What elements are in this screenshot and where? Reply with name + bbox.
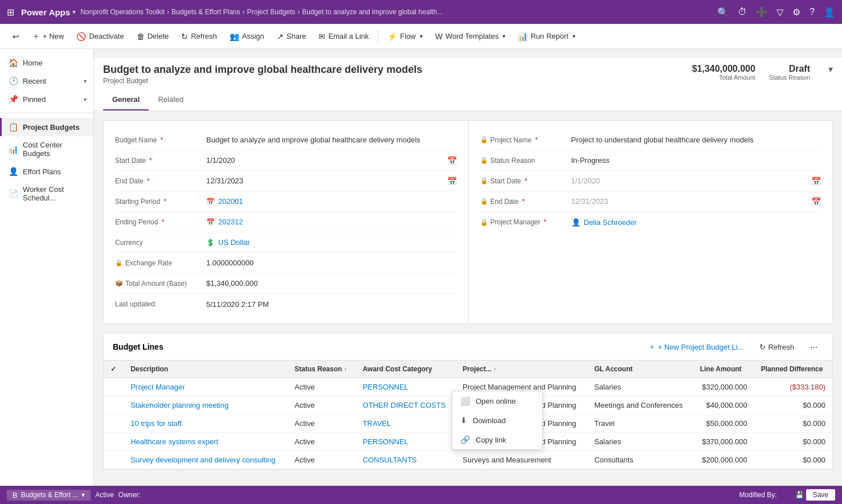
context-menu-open-online[interactable]: ⬜ Open online: [452, 391, 542, 411]
user-icon[interactable]: 👤: [824, 7, 835, 18]
row-check[interactable]: [104, 396, 124, 415]
grid-icon[interactable]: ⊞: [7, 7, 14, 18]
field-ending-period: Ending Period * 📅 202312: [115, 212, 457, 232]
field-project-name: 🔒 Project Name * Project to understand g…: [480, 130, 821, 150]
report-icon: 📊: [518, 32, 528, 41]
field-total-amount-base: 📦 Total Amount (Base) $1,340,000.000: [115, 273, 457, 294]
expand-button[interactable]: ▾: [828, 64, 833, 75]
email-link-button[interactable]: ✉ Email a Link: [313, 29, 374, 44]
breadcrumb-item-2[interactable]: Budgets & Effort Plans: [171, 8, 240, 16]
back-button[interactable]: ↩: [7, 29, 25, 44]
row-status: Active: [288, 396, 356, 415]
delete-button[interactable]: 🗑 Delete: [131, 29, 175, 44]
run-report-button[interactable]: 📊 Run Report: [512, 29, 581, 44]
filter-icon[interactable]: ▽: [776, 7, 783, 18]
worker-cost-icon: 📄: [9, 189, 18, 198]
row-description[interactable]: 10 trips for staff: [124, 415, 288, 433]
assign-button[interactable]: 👥 Assign: [224, 29, 270, 44]
add-icon[interactable]: ➕: [756, 7, 767, 18]
help-icon[interactable]: ?: [810, 7, 815, 17]
status-app-label[interactable]: B Budgets & Effort ... ▾: [7, 490, 91, 501]
row-description[interactable]: Stakeholder planning meeting: [124, 396, 288, 415]
word-icon: W: [435, 32, 443, 41]
start-date-calendar-icon[interactable]: 📅: [447, 156, 457, 165]
effort-plans-icon: 👤: [9, 167, 18, 176]
recent-icon[interactable]: ⏱: [738, 7, 747, 17]
col-status[interactable]: Status Reason ↑: [288, 360, 356, 378]
save-button[interactable]: Save: [806, 489, 835, 501]
share-button[interactable]: ↗ Share: [271, 29, 312, 44]
row-check[interactable]: [104, 378, 124, 396]
row-description[interactable]: Survey development and delivery consulti…: [124, 451, 288, 469]
lock-icon-total: 📦: [115, 280, 123, 287]
row-diff: ($333.180): [754, 378, 832, 396]
share-icon: ↗: [277, 32, 284, 41]
end-date-calendar-icon[interactable]: 📅: [447, 177, 457, 186]
settings-icon[interactable]: ⚙: [792, 7, 800, 18]
breadcrumb-item-4: Budget to analyze and improve global hea…: [302, 8, 443, 16]
field-last-updated: Last updated: 5/11/2020 2:17 PM: [115, 294, 457, 314]
deactivate-button[interactable]: 🚫 Deactivate: [71, 29, 129, 44]
col-award-cost[interactable]: Award Cost Category: [356, 360, 456, 378]
plus-icon: ＋: [648, 342, 656, 352]
breadcrumb-item-3[interactable]: Project Budgets: [247, 8, 296, 16]
field-project-start-date: 🔒 Start Date * 1/1/2020 📅: [480, 171, 821, 191]
row-check[interactable]: [104, 433, 124, 451]
tab-related[interactable]: Related: [149, 89, 193, 110]
col-planned-diff[interactable]: Planned Difference: [754, 360, 832, 378]
tab-general[interactable]: General: [103, 89, 149, 110]
row-check[interactable]: [104, 451, 124, 469]
sidebar-item-effort-plans[interactable]: 👤 Effort Plans: [0, 162, 93, 181]
sidebar-item-home[interactable]: 🏠 Home: [0, 54, 93, 72]
row-check[interactable]: [104, 415, 124, 433]
project-end-cal-icon: 📅: [811, 197, 821, 206]
nav-icons: 🔍 ⏱ ➕ ▽ ⚙ ? 👤: [717, 7, 835, 18]
sidebar-item-recent[interactable]: 🕐 Recent ▾: [0, 72, 93, 90]
sidebar-item-pinned[interactable]: 📌 Pinned ▾: [0, 90, 93, 108]
sidebar-item-project-budgets[interactable]: 📋 Project Budgets: [0, 118, 93, 136]
col-project[interactable]: Project... ↑: [456, 360, 587, 378]
total-amount-meta: $1,340,000.000 Total Amount: [692, 64, 755, 81]
open-online-icon: ⬜: [460, 396, 470, 405]
save-icon-status: 💾: [795, 491, 804, 499]
lock-icon-pend: 🔒: [480, 198, 488, 205]
table-header-row: ✓ Description Status Reason ↑ Award Cost…: [104, 360, 832, 378]
breadcrumb-item-1[interactable]: Nonprofit Operations Toolkit: [80, 8, 165, 16]
status-bar-left: B Budgets & Effort ... ▾ Active Owner:: [7, 490, 730, 501]
row-description[interactable]: Project Manager: [124, 378, 288, 396]
status-bar: B Budgets & Effort ... ▾ Active Owner: M…: [0, 486, 842, 504]
col-line-amount[interactable]: Line Amount: [693, 360, 754, 378]
budget-lines-more-button[interactable]: ⋯: [804, 341, 823, 354]
new-button[interactable]: ＋ + New: [26, 28, 70, 44]
field-starting-period: Starting Period * 📅 202001: [115, 191, 457, 212]
context-menu-download[interactable]: ⬇ Download: [452, 411, 542, 430]
owner-label: Owner:: [118, 491, 141, 499]
refresh-button[interactable]: ↻ Refresh: [175, 29, 223, 44]
form-right: 🔒 Project Name * Project to understand g…: [468, 121, 833, 323]
download-icon: ⬇: [460, 416, 467, 425]
field-exchange-rate: 🔒 Exchange Rate 1.0000000000: [115, 253, 457, 273]
new-budget-line-button[interactable]: ＋ + New Project Budget Li...: [643, 339, 750, 354]
word-templates-button[interactable]: W Word Templates: [430, 29, 512, 44]
field-project-end-date: 🔒 End Date * 12/31/2023 📅: [480, 191, 821, 212]
col-description[interactable]: Description: [124, 360, 288, 378]
tabs-bar: General Related: [94, 89, 842, 111]
sidebar-item-worker-cost-schedule[interactable]: 📄 Worker Cost Schedul...: [0, 181, 93, 207]
home-icon: 🏠: [9, 58, 18, 67]
modified-by-label: Modified By:: [739, 491, 777, 499]
search-icon[interactable]: 🔍: [717, 7, 729, 18]
col-gl-account[interactable]: GL Account: [587, 360, 693, 378]
budget-lines-refresh-button[interactable]: ↻ Refresh: [754, 341, 800, 354]
row-description[interactable]: Healthcare systems expert: [124, 433, 288, 451]
flow-button[interactable]: ⚡ Flow: [382, 29, 428, 44]
sidebar-item-cost-center-budgets[interactable]: 📊 Cost Center Budgets: [0, 136, 93, 162]
toolbar-divider-1: [378, 30, 378, 43]
context-menu-copy-link[interactable]: 🔗 Copy link: [452, 430, 542, 449]
budget-lines-title: Budget Lines: [113, 342, 643, 351]
row-gl: Salaries: [587, 378, 693, 396]
col-check[interactable]: ✓: [104, 360, 124, 378]
budget-lines-header: Budget Lines ＋ + New Project Budget Li..…: [104, 334, 832, 360]
row-amount: $50,000.000: [693, 415, 754, 433]
row-amount: $40,000.000: [693, 396, 754, 415]
app-name[interactable]: Power Apps ▾: [21, 7, 76, 17]
